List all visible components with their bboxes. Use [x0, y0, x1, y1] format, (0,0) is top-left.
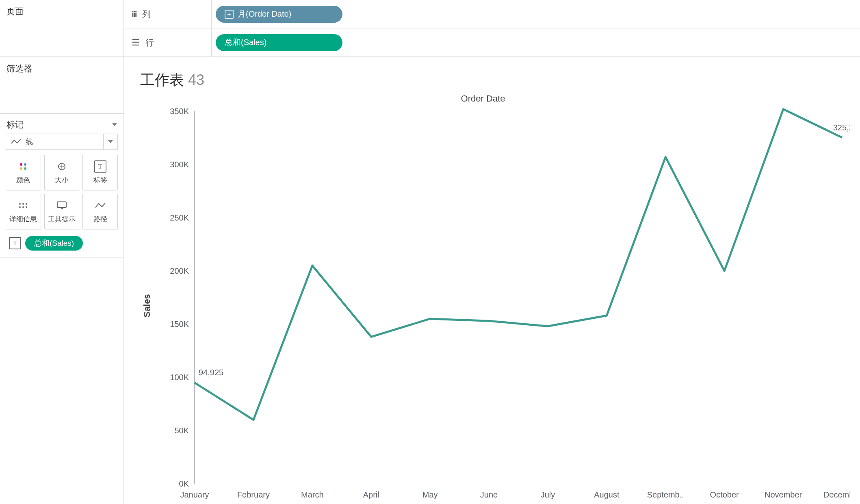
marks-collapse-icon[interactable] — [112, 123, 117, 126]
pages-title: 页面 — [6, 6, 117, 17]
svg-point-6 — [22, 203, 24, 205]
filters-card: 筛选器 — [0, 57, 123, 114]
columns-label: 列 — [142, 9, 151, 20]
chart-plot[interactable]: 0K50K100K150K200K250K300K350KJanuaryFebr… — [154, 107, 850, 504]
label-encoding-icon[interactable]: T — [9, 237, 21, 249]
svg-rect-11 — [57, 202, 66, 208]
svg-point-1 — [24, 163, 26, 166]
rows-icon: ☰ — [132, 37, 140, 48]
y-tick-label: 100K — [170, 373, 189, 382]
x-tick-label: Septemb.. — [647, 490, 684, 499]
y-tick-label: 0K — [179, 479, 189, 488]
y-tick-label: 300K — [170, 160, 189, 169]
svg-point-5 — [19, 203, 21, 205]
rows-label: 行 — [145, 37, 154, 48]
svg-point-7 — [26, 203, 27, 205]
y-tick-label: 150K — [170, 320, 189, 329]
rows-shelf-header: ☰ 行 — [124, 28, 212, 56]
marks-color-button[interactable]: 颜色 — [6, 155, 41, 190]
marks-color-label: 颜色 — [16, 175, 30, 185]
x-tick-label: October — [710, 490, 739, 499]
svg-point-0 — [20, 163, 22, 166]
label-icon: T — [94, 161, 106, 172]
x-tick-label: January — [180, 490, 209, 499]
marks-size-label: 大小 — [55, 175, 69, 185]
x-tick-label: March — [301, 490, 324, 499]
svg-point-2 — [20, 167, 22, 170]
svg-point-3 — [24, 167, 26, 170]
y-axis-title: Sales — [142, 294, 152, 318]
data-label: 325,294 — [833, 123, 850, 132]
marks-path-button[interactable]: 路径 — [82, 194, 118, 229]
series-line[interactable] — [195, 109, 842, 420]
marks-label-label: 标签 — [93, 175, 107, 185]
svg-point-8 — [19, 206, 21, 208]
marks-detail-label: 详细信息 — [9, 214, 37, 224]
columns-shelf[interactable]: iii 列 + 月(Order Date) — [124, 0, 860, 28]
sheet-title-prefix: 工作表 — [140, 71, 188, 88]
columns-shelf-header: iii 列 — [124, 0, 212, 28]
x-tick-label: December — [823, 490, 850, 499]
svg-point-9 — [22, 206, 24, 208]
view-area: 工作表 43 Order Date Sales 0K50K100K150K200… — [124, 57, 860, 504]
marks-title: 标记 — [6, 119, 24, 130]
tooltip-icon — [56, 200, 67, 211]
x-tick-label: July — [541, 490, 555, 499]
marks-label-button[interactable]: T 标签 — [82, 155, 118, 190]
marks-path-label: 路径 — [93, 214, 107, 224]
sheet-title[interactable]: 工作表 43 — [140, 70, 850, 90]
mark-type-label: 线 — [26, 137, 33, 147]
svg-point-10 — [26, 206, 27, 208]
detail-icon — [18, 200, 28, 211]
pages-card: 页面 — [0, 0, 124, 57]
columns-pill-label: 月(Order Date) — [238, 9, 291, 19]
mark-type-dropdown[interactable]: 线 — [6, 134, 118, 150]
marks-tooltip-button[interactable]: 工具提示 — [44, 194, 80, 229]
columns-pill-orderdate[interactable]: + 月(Order Date) — [216, 6, 342, 23]
x-tick-label: April — [363, 490, 379, 499]
path-icon — [95, 200, 106, 211]
marks-tooltip-label: 工具提示 — [48, 214, 76, 224]
marks-size-button[interactable]: 大小 — [44, 155, 80, 190]
columns-icon: iii — [132, 9, 136, 19]
y-tick-label: 200K — [170, 266, 189, 275]
rows-shelf[interactable]: ☰ 行 总和(Sales) — [124, 28, 860, 57]
y-tick-label: 350K — [170, 107, 189, 116]
line-icon — [11, 138, 22, 145]
chevron-down-icon — [108, 140, 113, 143]
rows-pill-label: 总和(Sales) — [225, 37, 266, 48]
sheet-title-number: 43 — [188, 71, 204, 88]
marks-card: 标记 线 颜色 — [0, 114, 123, 257]
filters-title: 筛选器 — [6, 63, 117, 74]
x-tick-label: November — [765, 490, 802, 499]
x-tick-label: February — [237, 490, 270, 499]
x-tick-label: May — [422, 490, 438, 499]
x-tick-label: August — [594, 490, 620, 499]
expand-icon[interactable]: + — [225, 10, 234, 19]
marks-pill-label: 总和(Sales) — [34, 238, 74, 249]
y-tick-label: 250K — [170, 213, 189, 222]
marks-detail-button[interactable]: 详细信息 — [6, 194, 41, 229]
x-axis-title: Order Date — [116, 93, 850, 104]
marks-pill-sales[interactable]: 总和(Sales) — [25, 236, 83, 251]
size-icon — [56, 161, 67, 172]
rows-pill-sales[interactable]: 总和(Sales) — [216, 34, 342, 51]
y-tick-label: 50K — [174, 426, 189, 435]
color-icon — [19, 161, 28, 172]
x-tick-label: June — [480, 490, 498, 499]
data-label: 94,925 — [199, 368, 223, 377]
